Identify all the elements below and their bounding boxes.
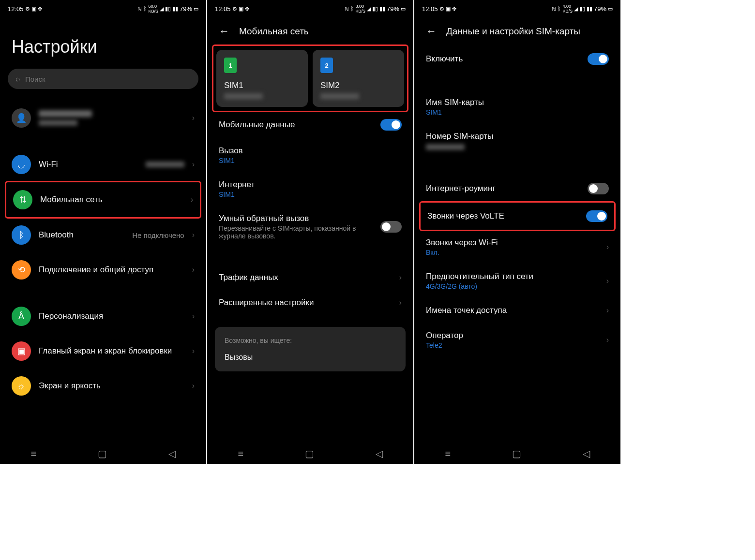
nav-recent-button[interactable]: ≡ [445, 448, 451, 459]
chevron-right-icon: › [192, 265, 195, 274]
smart-callback-toggle[interactable] [380, 221, 402, 233]
header-title: Мобильная сеть [239, 26, 309, 37]
chevron-right-icon: › [192, 160, 195, 169]
nav-home-button[interactable]: ▢ [98, 448, 107, 459]
bluetooth-label: Bluetooth [39, 230, 124, 240]
apn-row[interactable]: Имена точек доступа › [422, 298, 613, 323]
sim2-card[interactable]: 2 SIM2 [313, 50, 404, 107]
sim1-card[interactable]: 1 SIM1 [216, 50, 308, 107]
data-traffic-row[interactable]: Трафик данных › [215, 265, 406, 290]
signal-icon: ▮▯ [579, 6, 585, 12]
nav-home-button[interactable]: ▢ [305, 448, 314, 459]
wifi-icon: ◢ [160, 6, 164, 12]
nav-back-button[interactable]: ◁ [583, 448, 590, 459]
highlight-sim-cards: 1 SIM1 2 SIM2 [212, 44, 408, 112]
wifi-call-label: Звонки через Wi-Fi [426, 238, 599, 248]
nav-back-button[interactable]: ◁ [376, 448, 383, 459]
mobile-data-toggle[interactable] [380, 119, 402, 131]
roaming-row[interactable]: Интернет-роуминг [422, 175, 613, 202]
volte-row[interactable]: Звонки через VoLTE [423, 203, 611, 230]
chevron-right-icon: › [606, 277, 609, 285]
status-app-icon: ▣ [446, 6, 451, 12]
nfc-icon: ℕ [552, 6, 556, 12]
volte-label: Звонки через VoLTE [427, 211, 578, 221]
nfc-icon: ℕ [345, 6, 349, 12]
redacted [320, 93, 359, 99]
search-icon: ⌕ [15, 74, 20, 83]
screen-mobile-network: 12:05 ⚙ ▣ ✤ ℕ ᛒ 3.00KB/S ◢ ▮▯ ▮▮ 79% ▭ ←… [207, 0, 413, 464]
call-row[interactable]: Вызов SIM1 [215, 138, 406, 172]
connection-sharing-row[interactable]: ⟲ Подключение и общий доступ › [8, 252, 198, 287]
status-app-icon: ▣ [239, 6, 243, 12]
enable-toggle[interactable] [588, 53, 609, 65]
net-type-label: Предпочтительный тип сети [426, 272, 599, 281]
status-app-icon: ✤ [452, 6, 456, 12]
back-button[interactable]: ← [219, 25, 229, 38]
wifi-row[interactable]: ◡ Wi-Fi › [8, 147, 198, 182]
net-speed: 4.00KB/S [562, 4, 573, 14]
wifi-label: Wi-Fi [39, 160, 138, 169]
homescreen-row[interactable]: ▣ Главный экран и экран блокировки › [8, 334, 198, 368]
nav-recent-button[interactable]: ≡ [238, 448, 243, 459]
homescreen-icon: ▣ [12, 341, 31, 361]
sim-name-value: SIM1 [426, 108, 609, 116]
chevron-right-icon: › [606, 306, 609, 315]
chevron-right-icon: › [399, 273, 402, 282]
status-time: 12:05 [422, 5, 438, 13]
nav-recent-button[interactable]: ≡ [30, 448, 36, 459]
call-sim: SIM1 [219, 157, 402, 164]
brightness-icon: ☼ [12, 376, 31, 396]
back-button[interactable]: ← [426, 25, 437, 38]
search-bar[interactable]: ⌕ [8, 69, 198, 89]
chevron-right-icon: › [192, 114, 195, 122]
mobile-data-icon: ⇅ [13, 190, 32, 209]
mobile-network-row[interactable]: ⇅ Мобильная сеть › [9, 182, 197, 217]
bluetooth-icon: ᛒ [12, 225, 31, 245]
mobile-data-label: Мобильные данные [219, 120, 373, 130]
nav-home-button[interactable]: ▢ [512, 448, 521, 459]
sim-number-row[interactable]: Номер SIM-карты [422, 124, 613, 158]
search-input[interactable] [25, 75, 191, 83]
internet-row[interactable]: Интернет SIM1 [215, 172, 406, 206]
wifi-icon: ◡ [12, 155, 31, 174]
preferred-network-row[interactable]: Предпочтительный тип сети 4G/3G/2G (авто… [422, 264, 613, 298]
page-title: Настройки [8, 17, 198, 69]
account-row[interactable]: 👤 › [8, 101, 198, 135]
nav-back-button[interactable]: ◁ [168, 448, 176, 459]
highlight-volte: Звонки через VoLTE [419, 201, 616, 231]
nav-bar: ≡ ▢ ◁ [207, 441, 413, 464]
sim-name-row[interactable]: Имя SIM-карты SIM1 [422, 90, 613, 124]
operator-value: Tele2 [426, 341, 599, 349]
mobile-label: Мобильная сеть [40, 195, 183, 205]
volte-toggle[interactable] [586, 210, 607, 222]
share-label: Подключение и общий доступ [39, 265, 184, 275]
bluetooth-state: Не подключено [132, 231, 184, 239]
suggestion-item[interactable]: Вызовы [225, 353, 396, 362]
status-bar: 12:05 ⚙ ▣ ✤ ℕ ᛒ 4.00KB/S ◢ ▮▯ ▮▮ 79% ▭ [414, 0, 620, 17]
roaming-toggle[interactable] [588, 183, 609, 194]
redacted [39, 110, 92, 117]
battery-percent: 79% [594, 5, 606, 13]
bluetooth-icon: ᛒ [350, 6, 354, 12]
bluetooth-icon: ᛒ [558, 6, 561, 12]
mobile-data-row[interactable]: Мобильные данные [215, 111, 406, 138]
redacted [426, 144, 465, 150]
personalization-row[interactable]: Å Персонализация › [8, 299, 198, 334]
bluetooth-row[interactable]: ᛒ Bluetooth Не подключено › [8, 218, 198, 252]
enable-row[interactable]: Включить [422, 45, 613, 73]
sim1-name: SIM1 [224, 81, 300, 90]
redacted [39, 120, 77, 126]
operator-row[interactable]: Оператор Tele2 › [422, 323, 613, 357]
smart-callback-row[interactable]: Умный обратный вызов Перезванивайте с SI… [215, 206, 406, 248]
advanced-label: Расширенные настройки [219, 298, 392, 308]
highlight-mobile-network: ⇅ Мобильная сеть › [5, 181, 201, 219]
sim-number-label: Номер SIM-карты [426, 132, 609, 141]
header-title: Данные и настройки SIM-карты [446, 26, 580, 37]
battery-icon: ▭ [401, 6, 406, 12]
sim1-badge-icon: 1 [224, 58, 237, 73]
advanced-settings-row[interactable]: Расширенные настройки › [215, 290, 406, 315]
personalization-label: Персонализация [39, 311, 184, 321]
suggestions-label: Возможно, вы ищете: [225, 337, 396, 344]
display-brightness-row[interactable]: ☼ Экран и яркость › [8, 368, 198, 403]
wifi-calling-row[interactable]: Звонки через Wi-Fi Вкл. › [422, 230, 613, 264]
